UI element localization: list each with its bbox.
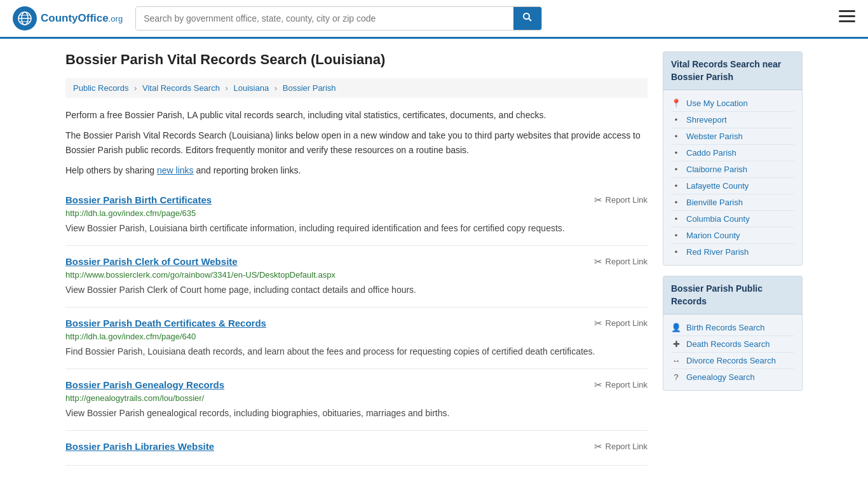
bullet-icon: •	[671, 247, 681, 257]
desc-2: The Bossier Parish Vital Records Search …	[65, 128, 648, 157]
main-content: Bossier Parish Vital Records Search (Lou…	[65, 51, 648, 466]
public-records-body: 👤 Birth Records Search ✚ Death Records S…	[663, 315, 802, 390]
nearby-link-text-4[interactable]: Claiborne Parish	[686, 165, 747, 174]
search-button[interactable]	[513, 7, 541, 30]
site-logo[interactable]: CountyOffice.org	[13, 6, 123, 30]
nearby-link-2[interactable]: •Webster Parish	[671, 128, 794, 145]
logo-main-text: CountyOffice	[41, 12, 109, 24]
bullet-icon: •	[671, 165, 681, 174]
public-records-link-text-0[interactable]: Birth Records Search	[686, 323, 765, 332]
svg-point-5	[524, 13, 529, 19]
record-item: Bossier Parish Libraries Website ✂ Repor…	[65, 431, 648, 466]
record-url-0[interactable]: http://ldh.la.gov/index.cfm/page/635	[65, 208, 648, 218]
public-records-link-text-1[interactable]: Death Records Search	[686, 339, 770, 349]
nearby-link-text-8[interactable]: Marion County	[686, 231, 740, 240]
svg-rect-9	[839, 20, 855, 22]
nearby-link-3[interactable]: •Caddo Parish	[671, 145, 794, 161]
record-desc-2: Find Bossier Parish, Louisiana death rec…	[65, 345, 648, 358]
nearby-link-4[interactable]: •Claiborne Parish	[671, 161, 794, 178]
search-bar	[135, 6, 542, 30]
record-item: Bossier Parish Genealogy Records ✂ Repor…	[65, 369, 648, 431]
bullet-icon: •	[671, 181, 681, 191]
record-item: Bossier Parish Birth Certificates ✂ Repo…	[65, 184, 648, 246]
report-link-btn-1[interactable]: ✂ Report Link	[594, 256, 648, 268]
public-records-link-text-3[interactable]: Genealogy Search	[686, 372, 755, 382]
page-title: Bossier Parish Vital Records Search (Lou…	[65, 51, 648, 68]
nearby-link-0[interactable]: 📍Use My Location	[671, 95, 794, 112]
public-records-link-text-2[interactable]: Divorce Records Search	[686, 356, 776, 365]
bullet-icon: •	[671, 231, 681, 240]
breadcrumb-public-records[interactable]: Public Records	[73, 83, 128, 93]
nearby-link-1[interactable]: •Shreveport	[671, 112, 794, 128]
public-records-link-3[interactable]: ? Genealogy Search	[671, 369, 794, 385]
nearby-link-text-2[interactable]: Webster Parish	[686, 132, 743, 141]
arrows-icon: ↔	[671, 356, 681, 365]
record-title-1[interactable]: Bossier Parish Clerk of Court Website	[65, 256, 238, 267]
nearby-link-text-6[interactable]: Bienville Parish	[686, 198, 743, 207]
breadcrumb-vital-records[interactable]: Vital Records Search	[142, 83, 220, 93]
menu-button[interactable]	[839, 10, 855, 27]
record-title-3[interactable]: Bossier Parish Genealogy Records	[65, 379, 224, 390]
report-icon-2: ✂	[594, 318, 602, 329]
nearby-section: Vital Records Search near Bossier Parish…	[663, 51, 803, 266]
report-icon-1: ✂	[594, 256, 602, 268]
nearby-link-5[interactable]: •Lafayette County	[671, 178, 794, 194]
nearby-link-6[interactable]: •Bienville Parish	[671, 194, 794, 211]
bullet-icon: •	[671, 198, 681, 207]
record-item: Bossier Parish Death Certificates & Reco…	[65, 308, 648, 369]
sidebar: Vital Records Search near Bossier Parish…	[663, 51, 803, 466]
nearby-title: Vital Records Search near Bossier Parish	[663, 52, 802, 90]
nearby-link-9[interactable]: •Red River Parish	[671, 244, 794, 260]
breadcrumb-louisiana[interactable]: Louisiana	[234, 83, 269, 93]
record-item: Bossier Parish Clerk of Court Website ✂ …	[65, 246, 648, 308]
new-links-link[interactable]: new links	[157, 165, 194, 175]
record-url-3[interactable]: http://genealogytrails.com/lou/bossier/	[65, 393, 648, 403]
svg-line-6	[529, 18, 531, 21]
search-input[interactable]	[136, 7, 513, 30]
logo-icon	[13, 6, 37, 30]
bullet-icon: •	[671, 132, 681, 141]
record-url-2[interactable]: http://ldh.la.gov/index.cfm/page/640	[65, 332, 648, 341]
report-icon-4: ✂	[594, 441, 602, 452]
bullet-icon: •	[671, 214, 681, 224]
record-title-2[interactable]: Bossier Parish Death Certificates & Reco…	[65, 318, 266, 329]
record-title-4[interactable]: Bossier Parish Libraries Website	[65, 441, 214, 452]
records-list: Bossier Parish Birth Certificates ✂ Repo…	[65, 184, 648, 466]
desc-1: Perform a free Bossier Parish, LA public…	[65, 108, 648, 122]
report-link-btn-2[interactable]: ✂ Report Link	[594, 318, 648, 329]
public-records-section: Bossier Parish Public Records 👤 Birth Re…	[663, 276, 803, 391]
report-link-btn-0[interactable]: ✂ Report Link	[594, 194, 648, 206]
public-records-link-1[interactable]: ✚ Death Records Search	[671, 336, 794, 353]
bullet-icon: •	[671, 148, 681, 158]
logo-org-text: .org	[109, 14, 123, 24]
site-header: CountyOffice.org	[0, 0, 868, 39]
public-records-link-2[interactable]: ↔ Divorce Records Search	[671, 353, 794, 369]
nearby-link-text-9[interactable]: Red River Parish	[686, 247, 749, 257]
bullet-icon: •	[671, 115, 681, 125]
record-url-1[interactable]: http://www.bossierclerk.com/go/rainbow/3…	[65, 270, 648, 280]
report-icon-3: ✂	[594, 379, 602, 391]
public-records-title: Bossier Parish Public Records	[663, 276, 802, 315]
report-link-btn-3[interactable]: ✂ Report Link	[594, 379, 648, 391]
nearby-link-text-3[interactable]: Caddo Parish	[686, 148, 736, 158]
desc-3: Help others by sharing new links and rep…	[65, 163, 648, 177]
nearby-link-text-1[interactable]: Shreveport	[686, 115, 727, 125]
main-container: Bossier Parish Vital Records Search (Lou…	[53, 39, 815, 478]
svg-rect-8	[839, 15, 855, 17]
nearby-link-text-7[interactable]: Columbia County	[686, 214, 750, 224]
location-icon: 📍	[671, 98, 681, 108]
breadcrumb: Public Records › Vital Records Search › …	[65, 78, 648, 98]
nearby-link-text-0[interactable]: Use My Location	[686, 98, 748, 108]
public-records-link-0[interactable]: 👤 Birth Records Search	[671, 320, 794, 336]
question-icon: ?	[671, 372, 681, 382]
breadcrumb-bossier-parish[interactable]: Bossier Parish	[283, 83, 336, 93]
person-icon: 👤	[671, 323, 681, 332]
record-title-0[interactable]: Bossier Parish Birth Certificates	[65, 194, 212, 205]
report-link-btn-4[interactable]: ✂ Report Link	[594, 441, 648, 452]
svg-rect-7	[839, 10, 855, 12]
nearby-link-8[interactable]: •Marion County	[671, 227, 794, 244]
record-desc-1: View Bossier Parish Clerk of Court home …	[65, 283, 648, 297]
nearby-link-text-5[interactable]: Lafayette County	[686, 181, 749, 191]
cross-icon: ✚	[671, 339, 681, 349]
nearby-link-7[interactable]: •Columbia County	[671, 211, 794, 227]
